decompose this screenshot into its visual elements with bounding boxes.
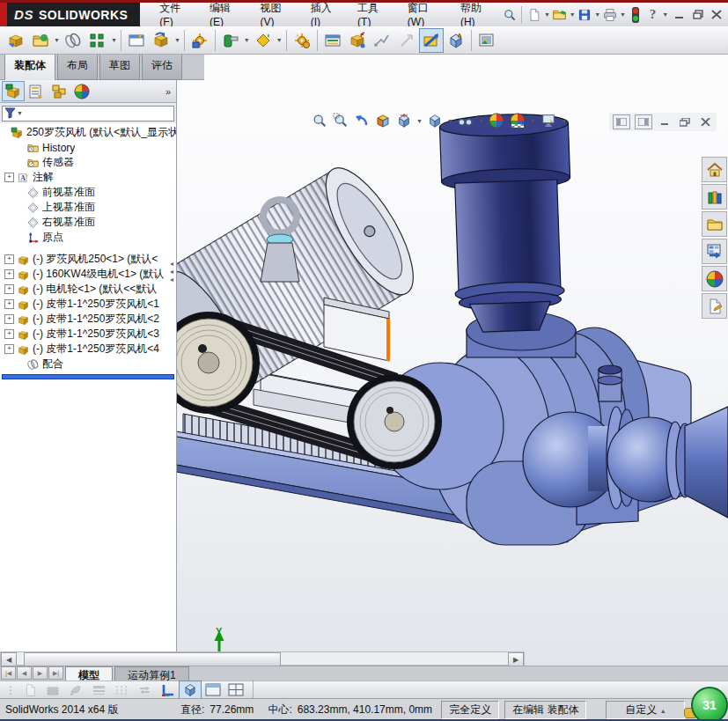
view-palette-icon[interactable] xyxy=(702,239,727,264)
tab-assembly[interactable]: 装配体 xyxy=(4,55,55,82)
zoom-to-fit-icon[interactable] xyxy=(310,111,329,130)
pane-left-icon[interactable] xyxy=(613,114,630,129)
expand-toggle[interactable]: + xyxy=(4,269,14,279)
doc-minimize-icon[interactable] xyxy=(657,115,673,129)
reference-geometry-icon[interactable] xyxy=(251,28,276,53)
filter-caret[interactable]: ▼ xyxy=(17,110,23,116)
explode-line-sketch-icon[interactable] xyxy=(370,28,394,53)
custom-properties-icon[interactable] xyxy=(702,293,727,319)
design-library-icon[interactable] xyxy=(702,184,727,210)
options-traffic-light-icon[interactable] xyxy=(627,5,644,25)
section-view-icon[interactable] xyxy=(373,111,393,130)
scene-caret[interactable]: ▼ xyxy=(530,118,536,124)
expand-toggle[interactable]: + xyxy=(4,344,14,354)
hide-show-caret[interactable]: ▼ xyxy=(478,118,484,124)
apply-scene-icon[interactable] xyxy=(508,111,527,130)
save-icon[interactable] xyxy=(577,5,594,25)
tab-nav-last[interactable]: ▶| xyxy=(48,666,63,680)
feature-tree-tab-icon[interactable] xyxy=(2,81,25,101)
panel-expand-glyph[interactable]: » xyxy=(165,86,171,97)
features-dropdown-caret[interactable]: ▼ xyxy=(244,37,250,43)
smart-fasteners-icon[interactable] xyxy=(124,28,149,53)
edit-appearance-icon[interactable] xyxy=(487,111,506,130)
display-manager-tab-icon[interactable] xyxy=(70,81,93,101)
tab-nav-next[interactable]: ▶ xyxy=(33,666,48,680)
tree-item-component[interactable]: + (-) 160KW4级电机<1> (默认 xyxy=(0,267,176,282)
orientation-caret[interactable]: ▼ xyxy=(416,118,423,124)
window-restore-button[interactable] xyxy=(690,7,706,23)
linear-component-pattern-icon[interactable] xyxy=(85,28,110,53)
scroll-right-arrow[interactable]: ▶ xyxy=(508,652,524,666)
tree-item-component[interactable]: + (-) 皮带1-1^250罗茨风机<2 xyxy=(0,312,176,327)
view-settings-caret[interactable]: ▼ xyxy=(561,118,567,124)
tab-sketch[interactable]: 草图 xyxy=(99,55,140,80)
pattern-dropdown-caret[interactable]: ▼ xyxy=(111,37,117,43)
view-orientation-icon[interactable] xyxy=(394,111,414,130)
new-motion-study-icon[interactable] xyxy=(290,28,314,53)
tree-item-mates[interactable]: 配合 xyxy=(0,357,176,372)
open-icon[interactable] xyxy=(551,5,569,25)
help-dropdown-caret[interactable]: ▼ xyxy=(662,11,668,18)
mate-icon[interactable] xyxy=(61,28,85,53)
tree-item-component[interactable]: + (-) 电机轮<1> (默认<<默认 xyxy=(0,282,176,297)
take-snapshot-icon[interactable] xyxy=(474,28,499,53)
display-style-caret[interactable]: ▼ xyxy=(447,118,453,124)
large-design-review-icon[interactable] xyxy=(419,28,444,53)
hide-show-items-icon[interactable] xyxy=(456,111,475,130)
tab-nav-first[interactable]: |◀ xyxy=(1,666,16,680)
refgeo-dropdown-caret[interactable]: ▼ xyxy=(276,37,283,43)
shaded-cube-icon[interactable] xyxy=(179,681,202,699)
print-icon[interactable] xyxy=(601,5,619,25)
new-document-icon[interactable] xyxy=(526,5,543,25)
tab-nav-prev[interactable]: ◀ xyxy=(17,666,32,680)
update-assembly-icon[interactable] xyxy=(444,28,468,53)
zoom-to-area-icon[interactable] xyxy=(331,111,350,130)
toolbar-grip[interactable]: ⋮ xyxy=(5,684,15,696)
search-icon[interactable] xyxy=(501,5,518,25)
window-minimize-button[interactable] xyxy=(672,7,688,23)
tree-item-component[interactable]: + (-) 罗茨风机250<1> (默认< xyxy=(0,252,176,267)
tree-item-sensors[interactable]: 传感器 xyxy=(0,155,176,170)
tree-item-right-plane[interactable]: 右视基准面 xyxy=(0,215,176,230)
tree-item-component[interactable]: + (-) 皮带1-1^250罗茨风机<3 xyxy=(0,327,176,342)
tab-model[interactable]: 模型 xyxy=(65,666,113,681)
viewport-grid-icon[interactable] xyxy=(224,681,247,699)
roots-blower-assembly-model[interactable] xyxy=(176,109,728,720)
panel-splitter-control[interactable]: ◂◂◂ xyxy=(170,260,173,283)
tree-item-origin[interactable]: 原点 xyxy=(0,230,176,245)
tree-item-history[interactable]: History xyxy=(0,140,176,155)
pane-right-icon[interactable] xyxy=(635,114,652,129)
tab-motion-study[interactable]: 运动算例1 xyxy=(114,666,189,681)
tree-item-top-plane[interactable]: 上视基准面 xyxy=(0,200,176,215)
doc-restore-icon[interactable] xyxy=(677,115,693,129)
exploded-view-icon[interactable] xyxy=(345,28,370,53)
insert-dropdown-caret[interactable]: ▼ xyxy=(54,37,60,43)
print-dropdown-caret[interactable]: ▼ xyxy=(620,11,626,18)
tree-item-component[interactable]: + (-) 皮带1-1^250罗茨风机<4 xyxy=(0,342,176,357)
help-icon[interactable]: ? xyxy=(644,5,662,25)
insert-component-icon[interactable] xyxy=(4,28,28,53)
viewport-single-icon[interactable] xyxy=(202,681,224,699)
window-close-button[interactable] xyxy=(709,7,724,23)
show-hidden-components-icon[interactable] xyxy=(188,28,212,53)
new-dropdown-caret[interactable]: ▼ xyxy=(544,11,550,18)
open-part-icon[interactable] xyxy=(28,28,53,53)
save-dropdown-caret[interactable]: ▼ xyxy=(594,11,600,18)
custom-dropdown[interactable]: 自定义 ▲ xyxy=(606,701,685,719)
configuration-manager-tab-icon[interactable] xyxy=(48,81,70,101)
tree-item-annotations[interactable]: + 注解 xyxy=(0,170,176,185)
tree-filter-input[interactable]: ▼ xyxy=(2,106,174,121)
appearances-icon[interactable] xyxy=(702,266,727,291)
overlay-count-badge[interactable]: 31 xyxy=(691,687,728,721)
expand-toggle[interactable]: + xyxy=(4,314,14,324)
expand-toggle[interactable]: + xyxy=(4,329,14,339)
tree-root[interactable]: 250罗茨风机 (默认<默认_显示状 xyxy=(0,125,176,140)
expand-toggle[interactable]: + xyxy=(4,173,14,182)
rollback-bar[interactable] xyxy=(2,374,174,379)
assembly-features-icon[interactable] xyxy=(218,28,243,53)
move-component-icon[interactable] xyxy=(149,28,173,53)
tree-item-component[interactable]: + (-) 皮带1-1^250罗茨风机<1 xyxy=(0,297,176,312)
sketch-axes-icon[interactable] xyxy=(156,681,179,699)
file-explorer-icon[interactable] xyxy=(702,211,727,237)
expand-toggle[interactable]: + xyxy=(4,299,14,309)
